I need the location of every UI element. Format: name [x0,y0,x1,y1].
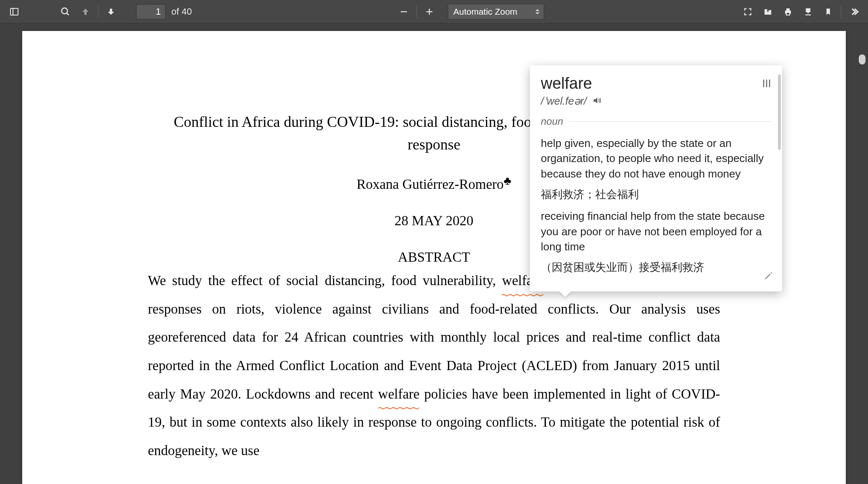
separator [416,6,417,18]
select-arrows-icon [535,9,540,14]
download-button[interactable] [799,3,817,21]
separator [841,6,841,18]
next-page-button[interactable] [102,3,120,21]
speaker-icon[interactable] [592,95,602,107]
more-tools-button[interactable] [845,3,863,21]
scrollbar-thumb[interactable] [859,54,865,64]
document-viewport[interactable]: Conflict in Africa during COVID-19: soci… [0,23,868,484]
dictionary-definition-cn: （因贫困或失业而）接受福利救济 [541,260,771,275]
svg-point-2 [62,8,67,14]
pdf-toolbar: of 40 Automatic Zoom [0,0,868,23]
toggle-sidebar-button[interactable] [5,3,23,21]
svg-rect-11 [806,14,811,15]
prev-page-button[interactable] [76,3,95,21]
dictionary-word: welfare [541,75,592,93]
bookmark-button[interactable] [819,3,837,21]
zoom-out-button[interactable] [395,3,413,21]
search-button[interactable] [56,3,75,21]
abstract-body: We study the effect of social distancing… [148,267,720,465]
dictionary-definition: help given, especially by the state or a… [541,136,771,181]
popup-scrollbar[interactable] [778,75,781,150]
dictionary-menu-icon[interactable] [762,78,771,90]
svg-rect-10 [786,13,790,15]
svg-line-3 [67,13,69,15]
presentation-mode-button[interactable] [739,3,757,21]
svg-rect-9 [786,8,790,10]
zoom-select[interactable]: Automatic Zoom [448,4,544,20]
zoom-in-button[interactable] [420,3,439,21]
dictionary-pronunciation: /ˈwel.feər/ [541,95,587,107]
separator [98,6,98,18]
edit-icon[interactable] [764,271,773,282]
page-total-label: of 40 [171,6,192,17]
svg-rect-0 [10,8,18,15]
dictionary-definition: receiving financial help from the state … [541,209,771,254]
divider [569,121,771,122]
print-button[interactable] [779,3,797,21]
dictionary-definition-cn: 福利救济；社会福利 [541,187,771,202]
open-file-button[interactable] [759,3,777,21]
highlighted-word[interactable]: welfare [378,380,420,409]
zoom-select-label: Automatic Zoom [453,7,517,17]
page-number-input[interactable] [136,4,165,19]
dictionary-popup: welfare /ˈwel.feər/ noun help given, esp… [530,65,782,291]
dictionary-pos: noun [541,116,563,127]
